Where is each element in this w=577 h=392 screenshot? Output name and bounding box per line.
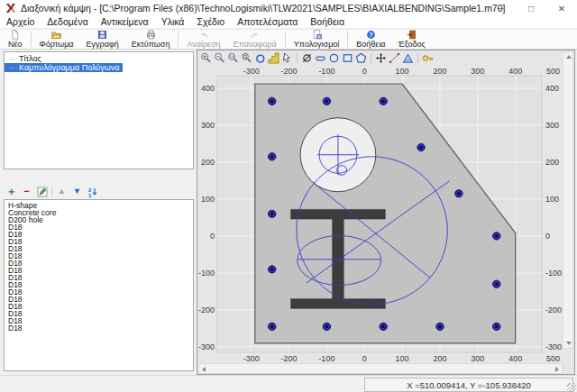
print-button[interactable]: Εκτύπωση <box>125 30 177 49</box>
scroll-left-icon[interactable] <box>202 367 206 372</box>
add-icon[interactable]: ＋ <box>5 186 17 197</box>
lock-key-icon[interactable] <box>422 52 434 64</box>
zoom-extents-icon[interactable] <box>241 52 252 64</box>
drawing-toolbar: 100 <box>197 50 562 66</box>
list-item[interactable]: D200 hole <box>5 216 192 223</box>
save-disk-icon <box>96 30 108 40</box>
app-icon <box>5 3 16 14</box>
axis-tick-label: 300 <box>545 121 559 130</box>
measure-icon[interactable] <box>389 52 400 64</box>
rebar-core <box>438 325 441 328</box>
axis-tick-label: 400 <box>201 84 215 93</box>
list-item[interactable]: D18 <box>5 267 192 274</box>
circle-icon[interactable] <box>328 52 340 64</box>
zoom-100-icon[interactable]: 100 <box>227 52 239 64</box>
list-item[interactable]: D18 <box>5 281 192 288</box>
printer-icon <box>145 30 157 40</box>
axis-tick-label: 100 <box>201 195 215 204</box>
list-item[interactable]: D18 <box>5 245 192 252</box>
resize-grip[interactable] <box>567 383 576 392</box>
axis-tick-label: -200 <box>281 67 298 76</box>
axis-tick-label: 200 <box>433 67 446 76</box>
rebar-core <box>270 100 273 103</box>
rebar-icon[interactable] <box>315 52 326 64</box>
snap-angle-icon[interactable] <box>402 52 414 64</box>
exit-button[interactable]: Έξοδος <box>392 30 432 49</box>
regenerate-icon[interactable] <box>254 52 266 64</box>
menu-help[interactable]: Βοήθεια <box>304 16 351 28</box>
axis-tick-label: -100 <box>318 67 334 76</box>
list-item[interactable]: D18 <box>5 252 192 260</box>
move-icon[interactable] <box>375 52 387 64</box>
rebar-core <box>382 100 385 103</box>
zoom-in-icon[interactable] <box>200 52 212 64</box>
diameter-icon[interactable] <box>301 52 313 64</box>
maximize-button[interactable]: □ <box>516 0 546 16</box>
axis-tick-label: 0 <box>362 354 367 363</box>
axis-tick-label: -100 <box>545 269 562 278</box>
help-button[interactable]: ? Βοήθεια <box>350 30 391 49</box>
sort-icon[interactable]: 21 <box>87 186 98 197</box>
list-item[interactable]: D18 <box>5 231 192 238</box>
scroll-down-icon[interactable] <box>566 342 572 345</box>
list-item[interactable]: D18 <box>5 274 192 281</box>
new-button[interactable]: Νέο <box>2 30 29 49</box>
vertical-scrollbar[interactable] <box>563 51 573 349</box>
menu-data[interactable]: Δεδομένα <box>41 16 94 28</box>
remove-icon[interactable]: − <box>21 186 32 197</box>
list-item[interactable]: D18 <box>5 288 192 296</box>
axis-tick-label: -100 <box>198 269 215 278</box>
move-up-icon[interactable]: ▲ <box>56 186 68 197</box>
horizontal-scrollbar[interactable] <box>198 363 563 374</box>
load-button[interactable]: Φόρτωμα <box>33 30 80 49</box>
menu-file[interactable]: Αρχείο <box>0 16 41 28</box>
list-item[interactable]: D18 <box>5 324 192 332</box>
menu-drawing[interactable]: Σχέδιο <box>190 16 231 28</box>
zoom-out-icon[interactable] <box>214 52 225 64</box>
cursor-coordinates: X =510.009414, Y =-105.938420 <box>364 378 573 392</box>
list-item[interactable]: D18 <box>5 317 192 324</box>
move-down-icon[interactable]: ▼ <box>71 186 83 197</box>
undo-button[interactable]: Αναίρεση <box>180 30 226 49</box>
tree-item-title[interactable]: Τίτλος <box>5 54 193 63</box>
close-button[interactable]: ✕ <box>546 0 577 16</box>
new-document-icon <box>9 30 21 40</box>
tree-item-polygons[interactable]: Καμπυλόγραμμα Πολύγωνα <box>5 63 123 72</box>
menu-objects[interactable]: Αντικείμενα <box>95 16 155 28</box>
grid-icon[interactable] <box>268 52 279 64</box>
redo-arrow-icon <box>249 30 261 40</box>
list-item[interactable]: D18 <box>5 260 192 267</box>
axis-tick-label: 500 <box>546 354 560 363</box>
axis-tick-label: 0 <box>545 232 550 241</box>
window-controls: ─ □ ✕ <box>485 0 577 16</box>
object-tree[interactable]: Τίτλος Καμπυλόγραμμα Πολύγωνα <box>4 51 194 169</box>
rectangle-icon[interactable] <box>342 52 353 64</box>
list-item[interactable]: D18 <box>5 310 192 317</box>
calculations-button[interactable]: Υπολογισμοί <box>288 30 346 49</box>
polygon-icon[interactable] <box>355 52 367 64</box>
toolbar-separator <box>285 32 286 47</box>
list-item[interactable]: D18 <box>5 223 192 231</box>
plot-canvas[interactable]: -300-300-200-200-100-1000010010020020030… <box>197 66 563 363</box>
edit-icon[interactable] <box>36 186 48 197</box>
minimize-button[interactable]: ─ <box>485 0 516 16</box>
scroll-up-icon[interactable] <box>566 55 572 59</box>
axis-tick-label: -300 <box>545 342 562 351</box>
list-item[interactable]: D18 <box>5 296 192 303</box>
rebar-core <box>495 234 498 237</box>
redo-button[interactable]: Επαναφορά <box>227 30 283 49</box>
axis-tick-label: -200 <box>545 305 562 315</box>
list-item[interactable]: D18 <box>5 303 192 310</box>
select-pointer-icon[interactable] <box>281 52 293 64</box>
axis-tick-label: 100 <box>545 195 559 204</box>
menu-materials[interactable]: Υλικά <box>155 16 191 28</box>
rebar-core <box>270 325 273 328</box>
calculations-sheet-icon <box>311 30 323 40</box>
menu-results[interactable]: Αποτελέσματα <box>231 16 304 28</box>
scroll-right-icon[interactable] <box>555 367 559 372</box>
polygon-list[interactable]: H-shapeConcrete coreD200 holeD18D18D18D1… <box>4 199 194 371</box>
axis-tick-label: 200 <box>545 158 559 167</box>
drawing-toolbar-separator <box>297 53 298 63</box>
save-button[interactable]: Εγγραφή <box>80 30 125 49</box>
list-item[interactable]: D18 <box>5 238 192 245</box>
